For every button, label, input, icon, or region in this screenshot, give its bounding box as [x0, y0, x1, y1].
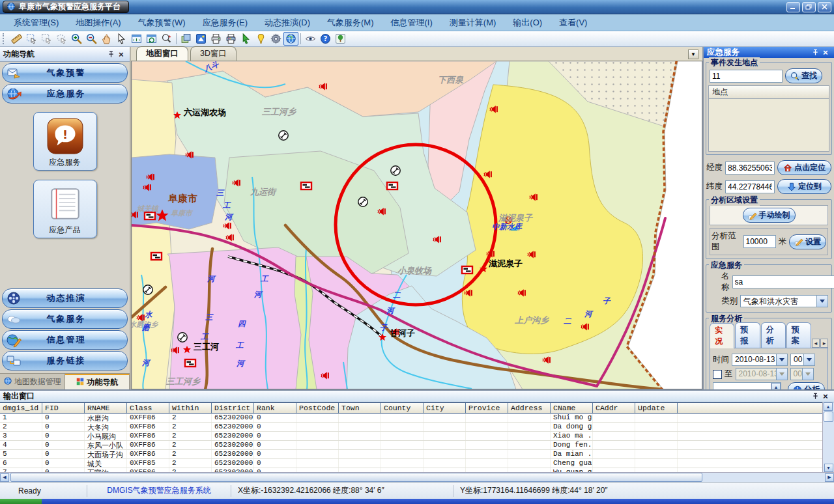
table-row[interactable]: 60城关0XFF8526523020000Cheng guan: [0, 459, 822, 468]
column-header[interactable]: Class: [127, 403, 169, 413]
element-listbox[interactable]: 降水空气温度 ▲: [713, 382, 781, 389]
chevron-down-icon[interactable]: [816, 296, 827, 307]
pin-icon[interactable]: [810, 391, 820, 401]
sidebar-group-emergency-service[interactable]: 应急服务: [2, 84, 128, 104]
column-header[interactable]: Address: [508, 403, 551, 413]
sidebar-group-service-links[interactable]: 服务链接: [2, 351, 128, 371]
eye-icon[interactable]: [303, 32, 318, 46]
zoom-out-icon[interactable]: [84, 32, 99, 46]
close-panel-icon[interactable]: ×: [820, 391, 831, 401]
menu-item-map-operation[interactable]: 地图操作(A): [67, 14, 129, 31]
horizontal-scrollbar[interactable]: ◀ ▶: [0, 472, 834, 482]
lat-input[interactable]: [725, 180, 775, 193]
placemark-icon[interactable]: [253, 32, 268, 46]
scrollbar-thumb[interactable]: [824, 412, 833, 422]
menu-item-emergency-service[interactable]: 应急服务(E): [194, 14, 256, 31]
column-header[interactable]: Provice: [466, 403, 508, 413]
tab-map-window[interactable]: 地图窗口: [136, 46, 188, 61]
measure-icon[interactable]: [9, 32, 24, 46]
manual-draw-button[interactable]: 手动绘制: [743, 208, 796, 223]
analyze-button[interactable]: 分析: [788, 382, 825, 389]
click-locate-button[interactable]: 点击定位: [777, 160, 831, 175]
column-header[interactable]: CAddr: [593, 403, 635, 413]
to-checkbox[interactable]: [713, 370, 722, 379]
search-button[interactable]: 查找: [785, 68, 822, 83]
tab-scroll-left-icon[interactable]: ◂: [812, 339, 820, 348]
table-row[interactable]: 50大面场子沟0XFF8626523020000Da mian ...: [0, 450, 822, 459]
pan-icon[interactable]: [99, 32, 114, 46]
pointer-icon[interactable]: [114, 32, 129, 46]
pin-icon[interactable]: [106, 49, 116, 59]
minimize-button[interactable]: [786, 2, 800, 12]
set-range-button[interactable]: 设置: [789, 234, 826, 249]
scroll-up-icon[interactable]: ▲: [771, 383, 781, 389]
to-hour-select[interactable]: 00: [790, 368, 814, 380]
to-date-select[interactable]: 2010-08-13: [736, 368, 788, 380]
column-header[interactable]: PostCode: [296, 403, 339, 413]
tab-forecast[interactable]: 预报: [735, 322, 760, 348]
map-tab-list-button[interactable]: ▼: [688, 49, 698, 59]
tab-scroll-right-icon[interactable]: ▸: [820, 339, 828, 348]
column-header[interactable]: dmgis_id: [0, 403, 42, 413]
sidebar-group-info-management[interactable]: 信息管理: [2, 330, 128, 350]
date-select[interactable]: 2010-08-13: [732, 354, 788, 366]
zoom-in-icon[interactable]: [69, 32, 84, 46]
service-type-select[interactable]: 气象和洪水灾害: [740, 295, 828, 307]
sidebar-group-weather-service[interactable]: 气象服务: [2, 309, 128, 329]
menu-item-dynamic-simulation[interactable]: 动态推演(D): [256, 14, 319, 31]
tool-button-emergency-service[interactable]: !应急服务: [33, 112, 97, 171]
table-row[interactable]: 40东风一小队0XFF8626523020000Dong fen...: [0, 441, 822, 450]
tab-3d-window[interactable]: 3D窗口: [190, 46, 237, 61]
scroll-left-icon[interactable]: ◀: [0, 473, 9, 482]
pin-icon[interactable]: [810, 48, 820, 57]
range-input[interactable]: [743, 235, 776, 248]
service-name-input[interactable]: [732, 275, 834, 288]
table-row[interactable]: 30小马厩沟0XFF8626523020000Xiao ma ...: [0, 432, 822, 441]
scroll-up-icon[interactable]: ▲: [824, 402, 833, 411]
globe-service-icon[interactable]: [283, 32, 298, 46]
settings-gear-icon[interactable]: [268, 32, 283, 46]
column-header[interactable]: Town: [339, 403, 381, 413]
scroll-right-icon[interactable]: ▶: [825, 473, 834, 482]
locate-to-button[interactable]: 定位到: [777, 179, 831, 194]
sidebar-group-dynamic-simulation[interactable]: 动态推演: [2, 288, 128, 308]
scroll-down-icon[interactable]: ▼: [824, 464, 833, 472]
column-header[interactable]: District: [212, 403, 254, 413]
column-header[interactable]: City: [424, 403, 466, 413]
menu-item-output[interactable]: 输出(O): [504, 14, 551, 31]
select-rect-icon[interactable]: [39, 32, 54, 46]
toolbar-grip[interactable]: [3, 33, 7, 44]
table-row[interactable]: 20大冬沟0XFF8626523020000Da dong gou: [0, 423, 822, 432]
help-icon[interactable]: ?: [318, 32, 333, 46]
full-extent-icon[interactable]: [129, 32, 144, 46]
go-arrow-icon[interactable]: [238, 32, 253, 46]
menu-item-measurement-calc[interactable]: 测量计算(M): [441, 14, 505, 31]
column-header[interactable]: FID: [42, 403, 85, 413]
column-header[interactable]: Rank: [254, 403, 296, 413]
refresh-view-icon[interactable]: [144, 32, 159, 46]
place-list[interactable]: [708, 99, 829, 152]
sidebar-group-weather-warning[interactable]: 气象预警: [2, 63, 128, 83]
tool-button-emergency-product[interactable]: 应急产品: [33, 180, 97, 238]
lng-input[interactable]: [725, 161, 775, 175]
close-panel-icon[interactable]: ×: [116, 49, 126, 59]
layers-icon[interactable]: [179, 32, 194, 46]
column-header[interactable]: CName: [551, 403, 593, 413]
panel-tab-function-navigation[interactable]: 功能导航: [65, 374, 130, 389]
export-map-icon[interactable]: [194, 32, 208, 46]
print-color-icon[interactable]: [223, 32, 238, 46]
tab-analysis[interactable]: 分析: [761, 322, 786, 348]
column-header[interactable]: Update: [635, 403, 678, 413]
menu-item-weather-service[interactable]: 气象服务(M): [319, 14, 382, 31]
tab-plan[interactable]: 预案: [786, 322, 811, 348]
listbox-scrollbar[interactable]: ▲: [771, 383, 781, 389]
close-button[interactable]: [818, 2, 831, 12]
select-poly-icon[interactable]: [54, 32, 69, 46]
scene-icon[interactable]: [333, 32, 348, 46]
column-header[interactable]: Within: [169, 403, 212, 413]
identify-icon[interactable]: [159, 32, 174, 46]
panel-tab-map-data-management[interactable]: 地图数据管理: [0, 374, 65, 389]
close-panel-icon[interactable]: ×: [820, 48, 831, 57]
restore-button[interactable]: [802, 2, 816, 12]
location-search-input[interactable]: [710, 70, 783, 83]
